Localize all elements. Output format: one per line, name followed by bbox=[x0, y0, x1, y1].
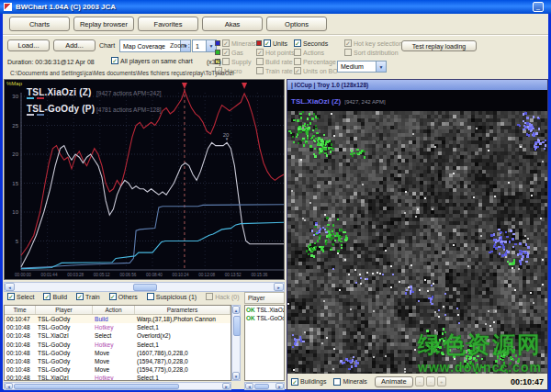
chart-panel[interactable]: 5101520253000:00:0000:01:4400:03:2800:05… bbox=[4, 79, 285, 280]
buildings-checkbox[interactable]: ✓ Buildings bbox=[291, 378, 326, 386]
checkbox: ✓ bbox=[222, 39, 230, 47]
scroll-left-icon[interactable]: ◂ bbox=[5, 383, 13, 389]
svg-text:00:05:12: 00:05:12 bbox=[94, 273, 110, 277]
minimize-button[interactable]: _ bbox=[533, 2, 544, 12]
checkbox-label: Train rate bbox=[265, 68, 293, 74]
tab-akas[interactable]: Akas bbox=[202, 17, 263, 31]
option-units[interactable]: ✓Units bbox=[256, 39, 287, 47]
legend-color-dash bbox=[27, 114, 34, 116]
add-button[interactable]: Add... bbox=[53, 39, 96, 51]
scroll-right-icon[interactable]: ▸ bbox=[274, 283, 284, 291]
toolbar-separator bbox=[3, 34, 548, 36]
minimap-canvas[interactable] bbox=[287, 111, 547, 374]
checkbox bbox=[256, 58, 264, 65]
tab-replay-browser[interactable]: Replay browser bbox=[73, 17, 134, 31]
checkbox: ✓ bbox=[344, 39, 352, 47]
player-list-hscrollbar[interactable]: ◂ ▸ bbox=[244, 382, 285, 390]
option-hot-key-selection: ✓Hot key selection bbox=[344, 39, 402, 47]
svg-text:15: 15 bbox=[12, 181, 18, 186]
title-bar[interactable]: BWChart 1.04A (C) 2003 JCA _ bbox=[0, 0, 551, 14]
checkbox-label: Sort distribution bbox=[354, 50, 399, 56]
filter-build[interactable]: ✓Build bbox=[43, 293, 67, 300]
checkbox[interactable]: ✓ bbox=[43, 293, 51, 300]
detail-select[interactable]: Medium ▼ bbox=[337, 61, 387, 73]
scroll-left-icon[interactable]: ◂ bbox=[5, 283, 15, 291]
table-row[interactable]: 00:10:48TSL-GoOdyMove(1594,775),0,228,0 bbox=[5, 365, 231, 374]
playback-button[interactable]: - bbox=[415, 376, 424, 386]
filter-suspicious-1-[interactable]: Suspicious (1) bbox=[147, 293, 197, 300]
option-seconds[interactable]: ✓Seconds bbox=[294, 39, 328, 47]
scroll-right-icon[interactable]: ▸ bbox=[222, 383, 231, 389]
svg-text:00:13:52: 00:13:52 bbox=[225, 273, 242, 277]
scroll-up-icon[interactable]: ▴ bbox=[232, 306, 240, 314]
table-row[interactable]: 00:10:48TSL-GoOdyHotkeySelect,1 bbox=[5, 323, 231, 331]
column-header-player[interactable]: Player bbox=[36, 306, 93, 314]
events-table-header[interactable]: TimePlayerActionParameters bbox=[5, 306, 231, 315]
checkbox[interactable]: ✓ bbox=[291, 378, 298, 386]
checkbox-label: Buildings bbox=[300, 378, 326, 385]
table-row[interactable]: 00:10:47TSL-GoOdyBuildWarp,(37,18),Photo… bbox=[5, 315, 231, 323]
duration-text: Duration: 00:36:31@12 Apr 08 bbox=[7, 59, 95, 65]
checkbox[interactable]: ✓ bbox=[109, 293, 117, 300]
table-row[interactable]: 00:10:48TSL-GoOdyMove(1594,787),0,228,0 bbox=[5, 357, 231, 365]
checkbox-label: Select bbox=[17, 294, 34, 300]
events-vscrollbar[interactable]: ▴ ▾ bbox=[231, 305, 241, 381]
scroll-down-icon[interactable]: ▾ bbox=[232, 372, 240, 380]
scroll-right-icon[interactable]: ▸ bbox=[276, 383, 284, 389]
tab-favorites[interactable]: Favorites bbox=[138, 17, 198, 31]
events-table[interactable]: TimePlayerActionParameters 00:10:47TSL-G… bbox=[4, 305, 231, 381]
cell-time: 00:10:48 bbox=[5, 323, 36, 331]
filter-select[interactable]: ✓Select bbox=[7, 293, 34, 300]
detail-value: Medium bbox=[338, 63, 376, 70]
column-header-time[interactable]: Time bbox=[5, 306, 36, 314]
checkbox-label: Supply bbox=[231, 59, 251, 65]
scrollbar-thumb[interactable] bbox=[14, 384, 179, 389]
scroll-left-icon[interactable]: ◂ bbox=[245, 383, 253, 389]
tab-options[interactable]: Options bbox=[266, 17, 327, 31]
playback-button[interactable]: · bbox=[426, 376, 435, 386]
cell-time: 00:10:48 bbox=[5, 349, 36, 357]
chart-label: Chart bbox=[99, 42, 115, 49]
player-status-row[interactable]: OK TSL-GoOdy bbox=[245, 314, 284, 322]
cell-parameters: Select,1 bbox=[135, 374, 231, 381]
minimap-toolbar: ✓ Buildings Minerals Animate -·+ 00:10:4… bbox=[287, 374, 547, 389]
test-replay-loading-button[interactable]: Test replay loading bbox=[401, 40, 477, 51]
player-status-list[interactable]: OK TSL.XiaOzIOK TSL-GoOdy bbox=[244, 305, 285, 381]
chevron-down-icon[interactable]: ▼ bbox=[376, 62, 386, 72]
table-row[interactable]: 00:10:48TSL-GoOdyHotkeySelect,1 bbox=[5, 341, 231, 349]
table-row[interactable]: 00:10:48TSL.XiaOzIHotkeySelect,1 bbox=[5, 374, 231, 381]
column-header-action[interactable]: Action bbox=[93, 306, 135, 314]
cell-action: Select bbox=[93, 331, 135, 340]
table-row[interactable]: 00:10:48TSL.XiaOzISelectOverlord(x2) bbox=[5, 331, 231, 340]
zoom-select[interactable]: 1 ▼ bbox=[192, 39, 217, 52]
player-status-row[interactable]: OK TSL.XiaOzI bbox=[245, 306, 284, 314]
checkbox[interactable]: ✓ bbox=[76, 293, 84, 300]
checkbox[interactable] bbox=[147, 293, 154, 300]
checkbox[interactable]: ✓ bbox=[294, 39, 301, 47]
column-header-parameters[interactable]: Parameters bbox=[135, 306, 231, 314]
filter-train[interactable]: ✓Train bbox=[76, 293, 100, 300]
player-panel-header: Player bbox=[244, 292, 285, 304]
load-button[interactable]: Load... bbox=[7, 39, 50, 51]
legend-color-dash bbox=[37, 114, 44, 116]
table-row[interactable]: 00:10:48TSL-GoOdyMove(1607,786),0,228,0 bbox=[5, 349, 231, 357]
animate-button[interactable]: Animate bbox=[375, 376, 413, 387]
events-hscrollbar[interactable]: ◂ ▸ bbox=[4, 382, 231, 390]
cell-parameters: Select,1 bbox=[135, 323, 231, 331]
checkbox[interactable]: ✓ bbox=[264, 39, 271, 47]
playback-button[interactable]: + bbox=[437, 376, 446, 386]
checkbox[interactable]: ✓ bbox=[7, 293, 15, 300]
minerals-checkbox[interactable]: Minerals bbox=[333, 378, 366, 386]
checkbox[interactable]: ✓ bbox=[111, 57, 118, 64]
same-chart-checkbox[interactable]: ✓ All players on same chart bbox=[111, 57, 193, 64]
tab-charts[interactable]: Charts bbox=[9, 17, 70, 31]
legend-player-info: [9427 actions APM=242] bbox=[96, 90, 162, 96]
cell-player: TSL-GoOdy bbox=[36, 349, 93, 357]
cell-time: 00:10:48 bbox=[5, 357, 36, 365]
checkbox[interactable] bbox=[333, 378, 341, 386]
scrollbar-thumb[interactable] bbox=[254, 384, 269, 389]
chart-hscrollbar[interactable]: ◂ ▸ bbox=[4, 282, 285, 292]
scrollbar-thumb[interactable] bbox=[233, 316, 241, 336]
scrollbar-thumb[interactable] bbox=[133, 284, 157, 291]
filter-others[interactable]: ✓Others bbox=[109, 293, 138, 300]
